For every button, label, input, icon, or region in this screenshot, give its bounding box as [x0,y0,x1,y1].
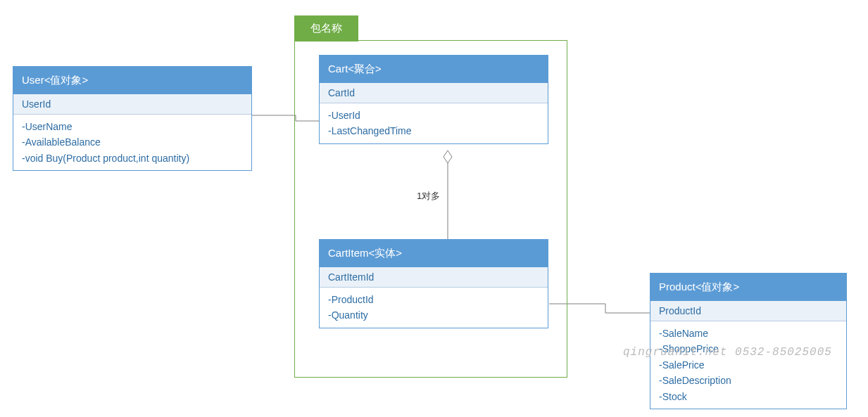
class-user-attr: -UserName [22,119,243,134]
class-user-attr: -AvailableBalance [22,134,243,150]
class-user-key: UserId [13,94,251,115]
class-user-attrs: -UserName -AvailableBalance -void Buy(Pr… [13,115,251,170]
class-cart-attrs: -UserId -LastChangedTime [320,103,548,143]
class-cartitem: CartItem<实体> CartItemId -ProductId -Quan… [319,239,548,328]
class-user: User<值对象> UserId -UserName -AvailableBal… [13,66,252,171]
class-user-title: User<值对象> [13,67,251,94]
class-user-attr: -void Buy(Product product,int quantity) [22,150,243,166]
class-product-attr: -SalePrice [659,357,838,373]
class-cartitem-key: CartItemId [320,267,548,288]
class-cart-title: Cart<聚合> [320,56,548,83]
class-cartitem-title: CartItem<实体> [320,240,548,267]
relation-label-cart-cartitem: 1对多 [417,190,440,203]
class-product-attr: -Stock [659,389,838,404]
class-cart-key: CartId [320,83,548,103]
class-cartitem-attr: -ProductId [328,292,539,307]
class-product-key: ProductId [650,301,846,321]
class-cart-attr: -UserId [328,108,539,123]
class-product-title: Product<值对象> [650,274,846,301]
class-product-attr: -SaleName [659,326,838,341]
class-cart: Cart<聚合> CartId -UserId -LastChangedTime [319,55,548,144]
watermark-text: qingruanit.net 0532-85025005 [623,346,832,359]
class-product-attr: -SaleDescription [659,373,838,388]
class-cartitem-attrs: -ProductId -Quantity [320,288,548,328]
class-cart-attr: -LastChangedTime [328,123,539,139]
class-product-attrs: -SaleName -ShoppePrice -SalePrice -SaleD… [650,321,846,409]
package-label: 包名称 [294,15,358,41]
class-product: Product<值对象> ProductId -SaleName -Shoppe… [650,273,847,409]
class-cartitem-attr: -Quantity [328,307,539,323]
